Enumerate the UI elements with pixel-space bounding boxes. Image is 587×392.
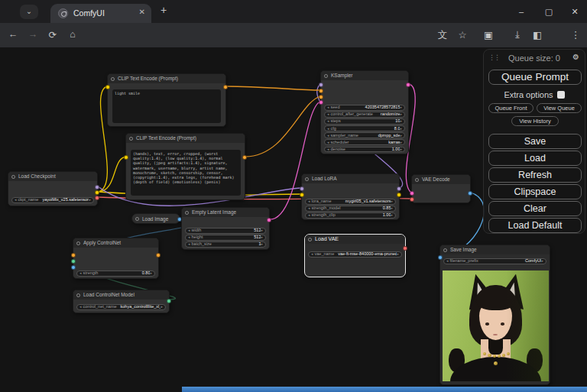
output-port-conditioning[interactable] bbox=[156, 253, 161, 258]
output-port-conditioning[interactable] bbox=[242, 155, 247, 160]
widget-decrement-arrow[interactable]: ◂ bbox=[327, 126, 329, 131]
clipspace-button[interactable]: Clipspace bbox=[488, 184, 582, 199]
extensions-icon[interactable]: ▣ bbox=[482, 29, 495, 40]
widget-decrement-arrow[interactable]: ◂ bbox=[327, 118, 329, 124]
input-port-images[interactable] bbox=[438, 255, 443, 260]
widget-strength_clip[interactable]: ◂strength_clip1.00▸ bbox=[305, 212, 396, 219]
queue-prompt-button[interactable]: Queue Prompt bbox=[488, 70, 582, 85]
output-port-control-net[interactable] bbox=[167, 299, 171, 303]
widget-decrement-arrow[interactable]: ◂ bbox=[327, 140, 329, 145]
window-minimize-button[interactable]: – bbox=[511, 3, 532, 20]
widget-decrement-arrow[interactable]: ◂ bbox=[308, 206, 310, 211]
node-load-controlnet-model[interactable]: Load ControlNet Model ◂control_net_namek… bbox=[73, 290, 170, 313]
widget-filename_prefix[interactable]: ◂filename_prefixComfyUI▸ bbox=[443, 258, 546, 264]
extra-options-checkbox[interactable] bbox=[557, 91, 565, 99]
collapse-toggle-icon[interactable] bbox=[308, 238, 312, 241]
download-icon[interactable]: ⤓ bbox=[511, 29, 524, 40]
widget-increment-arrow[interactable]: ▸ bbox=[391, 206, 393, 211]
side-panel-icon[interactable]: ◧ bbox=[530, 29, 544, 40]
widget-control_after_generate[interactable]: ◂control_after_generaterandomize▸ bbox=[324, 112, 405, 118]
output-port-vae[interactable] bbox=[403, 246, 407, 251]
collapse-toggle-icon[interactable] bbox=[76, 241, 80, 245]
collapse-toggle-icon[interactable] bbox=[305, 177, 309, 181]
input-port-model[interactable] bbox=[300, 186, 304, 191]
output-port-clip[interactable] bbox=[95, 190, 99, 195]
node-vae-decode[interactable]: VAE Decode bbox=[411, 174, 471, 203]
widget-decrement-arrow[interactable]: ◂ bbox=[446, 258, 449, 264]
node-clip-text-encode-negative[interactable]: CLIP Text Encode (Prompt) (hands), text,… bbox=[125, 133, 245, 200]
widget-decrement-arrow[interactable]: ◂ bbox=[327, 147, 329, 152]
widget-decrement-arrow[interactable]: ◂ bbox=[188, 241, 190, 247]
input-port-samples[interactable] bbox=[410, 191, 414, 196]
prompt-textarea[interactable]: light smile bbox=[112, 89, 221, 123]
clear-button[interactable]: Clear bbox=[488, 201, 582, 216]
input-port-clip[interactable] bbox=[105, 85, 110, 89]
widget-increment-arrow[interactable]: ▸ bbox=[400, 133, 402, 138]
widget-increment-arrow[interactable]: ▸ bbox=[261, 228, 263, 233]
translate-icon[interactable]: 文 bbox=[436, 29, 449, 42]
widget-ckpt_name[interactable]: ◂ckpt_nameyayoiMix_v25.safetensors▸ bbox=[11, 197, 94, 203]
browser-menu-icon[interactable]: ⋮ bbox=[569, 29, 582, 40]
view-history-button[interactable]: View History bbox=[511, 116, 559, 126]
widget-vae_name[interactable]: ◂vae_namevae-ft-mse-840000-ema-pruned.ck… bbox=[308, 251, 402, 258]
widget-decrement-arrow[interactable]: ◂ bbox=[308, 212, 310, 218]
output-port-model[interactable] bbox=[397, 186, 401, 191]
tab-close-icon[interactable]: ✕ bbox=[139, 8, 145, 16]
widget-increment-arrow[interactable]: ▸ bbox=[261, 241, 263, 247]
widget-strength_model[interactable]: ◂strength_model0.85▸ bbox=[305, 206, 396, 212]
node-ksampler[interactable]: KSampler ◂seed420354728572815▸◂control_a… bbox=[320, 70, 409, 154]
output-port-image[interactable] bbox=[468, 191, 472, 196]
widget-width[interactable]: ◂width512▸ bbox=[185, 228, 266, 234]
view-queue-button[interactable]: View Queue bbox=[537, 103, 582, 113]
output-port-model[interactable] bbox=[95, 185, 99, 190]
home-button[interactable]: ⌂ bbox=[66, 29, 79, 40]
node-load-image[interactable]: Load Image bbox=[131, 213, 180, 224]
widget-seed[interactable]: ◂seed420354728572815▸ bbox=[324, 105, 405, 111]
widget-decrement-arrow[interactable]: ◂ bbox=[188, 235, 190, 240]
browser-tab-comfyui[interactable]: ComfyUI ✕ bbox=[50, 4, 151, 23]
widget-steps[interactable]: ◂steps10▸ bbox=[324, 118, 405, 125]
collapse-toggle-icon[interactable] bbox=[76, 293, 80, 297]
widget-decrement-arrow[interactable]: ◂ bbox=[311, 251, 313, 257]
input-port-negative[interactable] bbox=[319, 95, 323, 99]
widget-increment-arrow[interactable]: ▸ bbox=[541, 258, 543, 264]
output-port-conditioning[interactable] bbox=[223, 85, 228, 89]
widget-increment-arrow[interactable]: ▸ bbox=[391, 212, 393, 218]
input-port-model[interactable] bbox=[319, 83, 323, 87]
load-default-button[interactable]: Load Default bbox=[488, 218, 582, 233]
widget-height[interactable]: ◂height512▸ bbox=[185, 235, 266, 241]
widget-increment-arrow[interactable]: ▸ bbox=[89, 197, 91, 202]
collapse-toggle-icon[interactable] bbox=[111, 77, 115, 81]
widget-sampler_name[interactable]: ◂sampler_namedpmpp_sde▸ bbox=[324, 132, 405, 138]
input-port-vae[interactable] bbox=[410, 197, 414, 202]
input-port-positive[interactable] bbox=[319, 89, 323, 93]
widget-increment-arrow[interactable]: ▸ bbox=[400, 126, 402, 131]
window-close-button[interactable]: ✕ bbox=[564, 3, 585, 20]
node-empty-latent-image[interactable]: Empty Latent Image ◂width512▸◂height512▸… bbox=[181, 207, 270, 250]
collapse-toggle-icon[interactable] bbox=[443, 248, 447, 252]
new-tab-button[interactable]: + bbox=[161, 4, 167, 16]
widget-increment-arrow[interactable]: ▸ bbox=[150, 271, 152, 276]
widget-decrement-arrow[interactable]: ◂ bbox=[79, 304, 82, 309]
widget-lora_name[interactable]: ◂lora_namemygirl05_v1.safetensors▸ bbox=[305, 199, 396, 205]
widget-decrement-arrow[interactable]: ◂ bbox=[308, 199, 310, 204]
node-load-lora[interactable]: Load LoRA ◂lora_namemygirl05_v1.safetens… bbox=[301, 173, 400, 220]
input-port-conditioning[interactable] bbox=[71, 253, 76, 258]
widget-increment-arrow[interactable]: ▸ bbox=[391, 199, 393, 204]
widget-denoise[interactable]: ◂denoise1.00▸ bbox=[324, 147, 405, 153]
widget-increment-arrow[interactable]: ▸ bbox=[161, 304, 163, 309]
window-maximize-button[interactable]: ▢ bbox=[538, 3, 559, 20]
widget-increment-arrow[interactable]: ▸ bbox=[400, 112, 402, 117]
node-graph-canvas[interactable]: CLIP Text Encode (Prompt) light smile CL… bbox=[0, 47, 587, 392]
refresh-button[interactable]: Refresh bbox=[488, 167, 582, 183]
save-button[interactable]: Save bbox=[488, 134, 582, 149]
widget-strength[interactable]: ◂strength0.80▸ bbox=[76, 271, 155, 277]
bookmark-star-icon[interactable]: ☆ bbox=[456, 29, 469, 40]
collapse-toggle-icon[interactable] bbox=[129, 137, 133, 141]
collapse-toggle-icon[interactable] bbox=[135, 217, 139, 221]
prompt-textarea[interactable]: (hands), text, error, cropped, (worst qu… bbox=[131, 150, 241, 196]
input-port-clip[interactable] bbox=[300, 193, 304, 197]
widget-increment-arrow[interactable]: ▸ bbox=[400, 140, 402, 145]
collapse-toggle-icon[interactable] bbox=[185, 211, 189, 215]
widget-control_net_name[interactable]: ◂control_net_namekohya_controllllite_xl_… bbox=[76, 304, 166, 310]
